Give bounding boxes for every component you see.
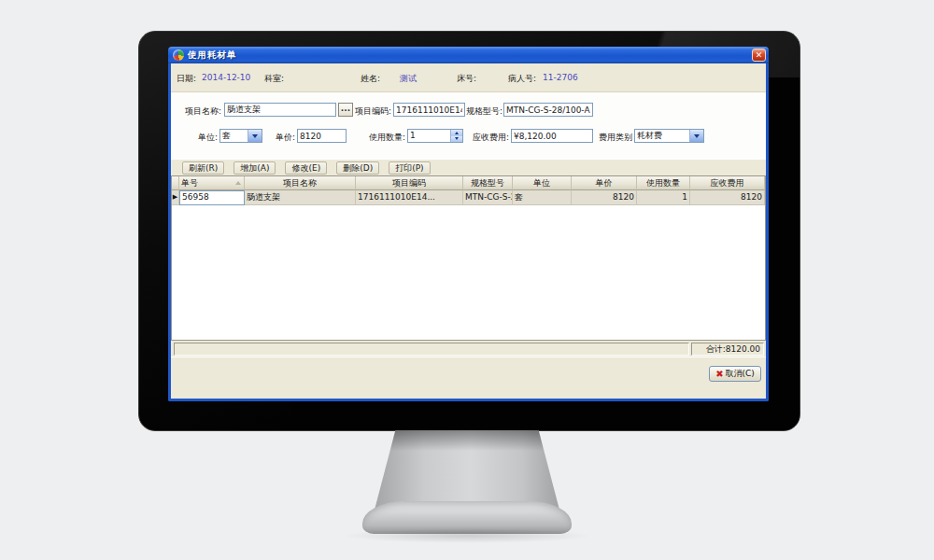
patient-value: 11-2706 bbox=[543, 73, 578, 82]
fee-label: 应收费用: bbox=[466, 132, 509, 144]
spec-input[interactable] bbox=[503, 103, 593, 117]
fee-type-dropdown[interactable]: 耗材费 bbox=[634, 129, 704, 143]
status-panel bbox=[174, 343, 689, 356]
qty-stepper[interactable]: 1 bbox=[407, 129, 463, 143]
patient-info-bar: 日期: 2014-12-10 科室: 姓名: 测试 床号: 病人号: 11-27… bbox=[171, 63, 766, 92]
cell-fee: 8120 bbox=[690, 190, 765, 205]
app-icon bbox=[173, 49, 184, 61]
fee-type-value: 耗材费 bbox=[635, 130, 689, 142]
date-value: 2014-12-10 bbox=[202, 73, 250, 82]
footer-bar: ✖ 取消(C) bbox=[171, 357, 766, 396]
col-header-qty[interactable]: 使用数量 bbox=[637, 176, 690, 190]
bed-label: 床号: bbox=[457, 73, 476, 85]
items-grid: 单号 项目名称 项目编码 规格型号 单位 单价 使用数量 应收费用 ▶ 5695… bbox=[171, 175, 766, 341]
chevron-down-icon[interactable] bbox=[689, 130, 703, 142]
col-header-label: 单号 bbox=[181, 178, 198, 188]
add-button[interactable]: 增加(A) bbox=[234, 161, 276, 175]
print-button[interactable]: 打印(P) bbox=[389, 161, 430, 175]
chevron-down-icon[interactable] bbox=[248, 130, 262, 142]
grid-toolbar: 刷新(R) 增加(A) 修改(E) 删除(D) 打印(P) bbox=[171, 159, 766, 175]
item-name-input[interactable] bbox=[224, 103, 336, 117]
cell-item-code: 1716111010E14... bbox=[356, 190, 463, 205]
price-label: 单价: bbox=[266, 132, 295, 144]
cell-spec: MTN-CG-S-2... bbox=[463, 190, 513, 205]
fee-type-label: 费用类别 bbox=[597, 132, 632, 144]
spec-label: 规格型号: bbox=[466, 105, 502, 118]
cancel-x-icon: ✖ bbox=[715, 370, 723, 379]
col-header-item-code[interactable]: 项目编码 bbox=[356, 176, 463, 190]
title-bar: 使用耗材单 ✕ bbox=[168, 47, 769, 63]
stepper-down-icon[interactable] bbox=[451, 136, 462, 143]
refresh-button[interactable]: 刷新(R) bbox=[182, 161, 224, 175]
dept-label: 科室: bbox=[264, 73, 284, 85]
qty-label: 使用数量: bbox=[362, 132, 405, 144]
grid-header-row: 单号 项目名称 项目编码 规格型号 单位 单价 使用数量 应收费用 bbox=[172, 176, 765, 190]
delete-button[interactable]: 删除(D) bbox=[336, 161, 379, 175]
sort-icon bbox=[235, 181, 241, 185]
unit-dropdown[interactable]: 套 bbox=[219, 129, 262, 143]
item-code-input[interactable] bbox=[393, 103, 465, 117]
col-header-item-name[interactable]: 项目名称 bbox=[245, 176, 356, 190]
col-header-spec[interactable]: 规格型号 bbox=[463, 176, 513, 190]
window-title: 使用耗材单 bbox=[188, 49, 752, 62]
col-header-fee[interactable]: 应收费用 bbox=[690, 176, 765, 190]
unit-label: 单位: bbox=[190, 132, 218, 144]
stage: 使用耗材单 ✕ 日期: 2014-12-10 科室: 姓名: 测试 床号: 病人… bbox=[0, 0, 934, 560]
cell-unit: 套 bbox=[513, 190, 572, 205]
cancel-label: 取消(C) bbox=[726, 368, 755, 380]
unit-value: 套 bbox=[220, 130, 248, 142]
cell-item-name: 肠道支架 bbox=[245, 190, 356, 205]
item-code-label: 项目编码: bbox=[354, 105, 391, 118]
price-input[interactable] bbox=[297, 129, 347, 143]
table-row[interactable]: ▶ 56958 肠道支架 1716111010E14... MTN-CG-S-2… bbox=[172, 190, 765, 205]
qty-value: 1 bbox=[408, 130, 450, 142]
cell-price: 8120 bbox=[572, 190, 637, 205]
browse-button[interactable]: ... bbox=[338, 103, 353, 117]
cancel-button[interactable]: ✖ 取消(C) bbox=[709, 366, 761, 382]
patient-label: 病人号: bbox=[508, 73, 536, 85]
item-name-label: 项目名称: bbox=[173, 105, 221, 118]
fee-input[interactable] bbox=[511, 129, 593, 143]
col-header-order-no[interactable]: 单号 bbox=[179, 176, 245, 190]
name-label: 姓名: bbox=[361, 73, 380, 85]
close-button[interactable]: ✕ bbox=[752, 49, 766, 62]
date-label: 日期: bbox=[177, 73, 196, 85]
col-header-price[interactable]: 单价 bbox=[572, 176, 637, 190]
monitor-stand-neck bbox=[369, 430, 565, 509]
form-area: 项目名称: ... 项目编码: 规格型号: 单位: 套 单价: 使用数量: 1 bbox=[171, 92, 766, 159]
row-marker-icon: ▶ bbox=[172, 190, 179, 205]
col-header-unit[interactable]: 单位 bbox=[513, 176, 572, 190]
indicator-column-header bbox=[172, 176, 179, 190]
cell-order-no[interactable]: 56958 bbox=[179, 190, 245, 205]
cell-qty: 1 bbox=[637, 190, 690, 205]
status-bar: 合计:8120.00 bbox=[171, 341, 766, 357]
name-value: 测试 bbox=[400, 73, 417, 85]
total-amount: 合计:8120.00 bbox=[691, 343, 764, 356]
app-window: 使用耗材单 ✕ 日期: 2014-12-10 科室: 姓名: 测试 床号: 病人… bbox=[168, 63, 769, 401]
monitor-shadow bbox=[342, 528, 592, 543]
edit-button[interactable]: 修改(E) bbox=[285, 161, 327, 175]
